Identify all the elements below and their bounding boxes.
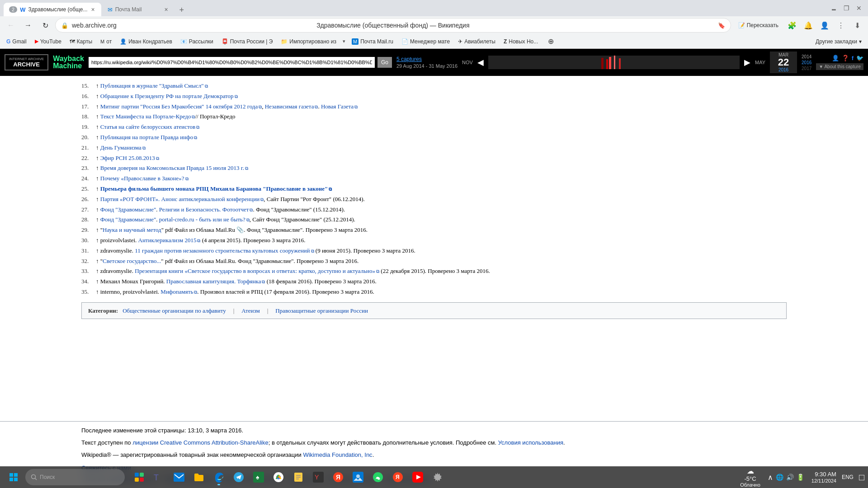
bookmark-znom[interactable]: Z Новых Но... (501, 36, 541, 47)
taskbar-photos[interactable] (349, 468, 367, 486)
wayback-prev-button[interactable]: ◀ (476, 57, 486, 67)
ref-15-link[interactable]: Публикация в журнале "Здравый Смысл" (100, 82, 208, 89)
download-button[interactable]: ⬇ (850, 18, 864, 33)
bookmark-pochta[interactable]: 📮 Почта России | Э (219, 36, 276, 47)
ref-17-nezavisimaya[interactable]: Независимая газета (265, 103, 318, 110)
bookmark-mailru[interactable]: М Почта Mail.ru (349, 36, 396, 47)
bookmark-avia[interactable]: ✈ Авиабилеты (455, 36, 498, 47)
bookmark-add[interactable]: ⊕ (545, 36, 557, 47)
bookmark-more[interactable]: Другие закладки ▾ (813, 36, 864, 47)
weather-widget[interactable]: ☁ -5°C Облачно (740, 467, 760, 488)
wayback-timeline[interactable] (488, 56, 740, 69)
bookmark-rassylki[interactable]: 📧 Рассылки (178, 36, 216, 47)
wayback-next-button[interactable]: ▶ (742, 57, 752, 67)
taskbar-teams[interactable]: T (150, 468, 168, 486)
ref-26-link[interactable]: Партия «РОТ ФРОНТ». Анонс антиклерикальн… (100, 196, 264, 202)
ref-19-link[interactable]: Статья на сайте белорусских атеистов (100, 123, 199, 130)
maximize-button[interactable]: ❐ (841, 3, 852, 14)
ref-23-link[interactable]: Время доверия на Комсомольская Правда 15… (100, 164, 248, 171)
bookmark-maps[interactable]: 🗺 Карты (67, 36, 95, 47)
ref-17-link[interactable]: Митинг партии "Россия Без Мракобесия" 14… (100, 103, 262, 110)
wayback-person-icon[interactable]: 👤 (832, 55, 839, 61)
address-bar[interactable]: 🔒 web.archive.org 🔖 (55, 18, 731, 33)
ref-25-link[interactable]: Премьера фильма бывшего монаха РПЦ Михаи… (100, 185, 332, 192)
wayback-help-icon[interactable]: ❓ (842, 55, 849, 61)
ref-31-link[interactable]: 11 граждан против незаконного строительс… (135, 247, 314, 254)
taskbar-mail[interactable] (170, 468, 188, 486)
taskbar-yandex-browser[interactable]: Я (389, 468, 407, 486)
taskbar-clock[interactable]: 9:30 AM 12/11/2024 (811, 471, 836, 483)
bookmark-ot[interactable]: М от (98, 36, 114, 47)
settings-button[interactable]: ⋮ (834, 18, 848, 33)
ref-24-link[interactable]: Почему «Православие в Законе»? (100, 175, 189, 182)
taskbar-youtube[interactable] (409, 468, 427, 486)
new-tab-button[interactable]: + (175, 4, 188, 16)
bookmark-manager[interactable]: 📄 Менеджер мате (399, 36, 453, 47)
ref-27-link[interactable]: Религии и Безопасность. Фотоотчет (159, 206, 253, 213)
ref-18-link[interactable]: Текст Манифеста на Портале-Кредо (100, 113, 195, 120)
ref-32-link[interactable]: Светское государство... (103, 258, 161, 264)
category-2-link[interactable]: Атеизм (241, 306, 259, 315)
bookmark-icon[interactable]: 🔖 (718, 22, 725, 29)
ref-34-link[interactable]: Православная капитуляция. Торфянка (166, 278, 265, 285)
start-button[interactable] (4, 467, 24, 487)
volume-icon[interactable]: 🔊 (786, 474, 794, 481)
bookmark-gmail[interactable]: G Gmail (4, 36, 29, 47)
battery-icon[interactable]: 🔋 (797, 474, 804, 481)
taskbar-telegram[interactable] (230, 468, 248, 486)
tab1-close[interactable]: × (90, 5, 95, 14)
footer-wikimedia-link[interactable]: Wikimedia Foundation, Inc (303, 451, 372, 458)
taskbar-search[interactable]: Поиск (25, 469, 125, 485)
ref-29-link[interactable]: Наука и научный метод (103, 226, 161, 233)
profile-button[interactable]: 👤 (817, 18, 832, 33)
taskbar-files[interactable] (190, 468, 208, 486)
ref-22-link[interactable]: Эфир РСН 25.08.2013 (100, 155, 159, 161)
taskbar-chrome[interactable] (269, 468, 288, 486)
tray-up-arrow[interactable]: ∧ (768, 473, 773, 482)
bookmark-dropdown[interactable]: ▾ (342, 38, 346, 44)
tab-2[interactable]: ✉ Почта Mail × (102, 3, 175, 16)
bookmark-ivan[interactable]: 👤 Иван Кондратьев (117, 36, 175, 47)
retell-button[interactable]: 📝 Пересказать (734, 19, 783, 32)
ref-35-link[interactable]: Мифопамять (160, 288, 197, 295)
wayback-captures-link[interactable]: 5 captures (396, 56, 458, 62)
network-icon[interactable]: 🌐 (776, 474, 783, 481)
back-button[interactable]: ← (4, 18, 18, 33)
wayback-url-input[interactable] (89, 57, 375, 68)
taskbar-browser2[interactable]: Y (309, 468, 327, 486)
wayback-go-button[interactable]: Go (377, 57, 392, 68)
category-1-link[interactable]: Общественные организации по алфавиту (123, 306, 226, 315)
ref-16-link[interactable]: Обращение к Президенту РФ на портале Дем… (100, 93, 238, 99)
taskbar-edge[interactable] (210, 468, 228, 486)
bookmark-youtube[interactable]: ▶ YouTube (32, 36, 64, 47)
ref-30-link[interactable]: Антиклерикализм 2015 (138, 237, 201, 244)
about-capture-button[interactable]: ▼ About this capture (816, 63, 863, 70)
taskbar-whatsapp[interactable] (369, 468, 387, 486)
footer-terms-link[interactable]: Условия использования (498, 439, 563, 446)
taskbar-notes[interactable] (289, 468, 307, 486)
category-3-link[interactable]: Правозащитные организации России (275, 306, 368, 315)
taskbar-solitaire[interactable]: ♠ (250, 468, 268, 486)
ref-20-link[interactable]: Публикация на портале Правда инфо (100, 134, 197, 141)
ref-17-novaya[interactable]: Новая Газета (321, 103, 358, 110)
ref-28-link[interactable]: portal-credo.ru - быть или не быть? (159, 216, 250, 223)
bookmark-import[interactable]: 📁 Импортировано из (278, 36, 339, 47)
ia-logo[interactable]: INTERNET ARCHIVE ARCHIVE (5, 54, 48, 70)
wayback-twitter-icon[interactable]: 🐦 (856, 55, 863, 61)
footer-license-link[interactable]: лицензии Creative Commons Attribution-Sh… (132, 439, 269, 446)
close-button[interactable]: ✕ (854, 3, 864, 14)
taskbar-widgets[interactable] (130, 468, 148, 486)
ref-33-link[interactable]: Презентация книги «Светское государство … (135, 267, 379, 274)
taskbar-settings-app[interactable] (429, 468, 447, 486)
extensions-button[interactable]: 🧩 (785, 18, 799, 33)
forward-button[interactable]: → (21, 18, 35, 33)
ref-21-link[interactable]: День Гуманизма (100, 144, 146, 151)
refresh-button[interactable]: ↻ (38, 18, 52, 33)
tab-1[interactable]: 2 W Здравомыслие (обще... × (4, 3, 101, 16)
minimize-button[interactable]: 🗕 (828, 3, 839, 14)
tab2-close[interactable]: × (163, 5, 169, 14)
notification-button[interactable]: □ (859, 472, 864, 483)
ref-28-fond[interactable]: Фонд "Здравомыслие" (100, 216, 156, 223)
taskbar-yandex[interactable]: Я (329, 468, 347, 486)
ref-27-fond[interactable]: Фонд "Здравомыслие" (100, 206, 156, 213)
